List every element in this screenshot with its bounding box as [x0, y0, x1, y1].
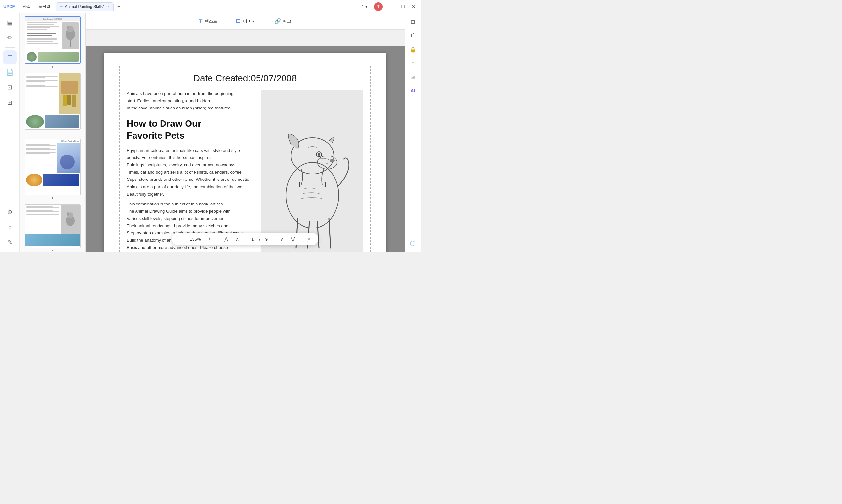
svg-point-12 [329, 159, 335, 162]
sidebar-item-stack[interactable]: ⊞ [3, 96, 17, 109]
thumb-2-layout [25, 73, 80, 129]
zoom-value: 135% [188, 237, 203, 242]
right-icon-lock[interactable]: 🔒 [407, 43, 419, 55]
main-layout: ▤ ✏ ☰ 📄 ⊡ ⊞ ⊕ ☆ ✎ Date Created 05/07/200… [0, 13, 421, 252]
thumb-3-blue-image [57, 143, 80, 173]
toolbar-text-button[interactable]: 𝐓 텍스트 [194, 16, 223, 26]
text-tool-icon: 𝐓 [199, 18, 203, 24]
zoom-out-button[interactable]: − [177, 235, 185, 243]
zoom-bar: − 135% + ⋀ ∧ 1 / 9 ∨ ⋁ ✕ [172, 233, 318, 245]
menu-file[interactable]: 파일 [20, 2, 33, 11]
thumbnail-page-4[interactable]: 4 [22, 204, 83, 252]
body-line-10: Various skill levels, stepping stones fo… [127, 215, 254, 222]
page-indicator: 1 ▾ [362, 4, 368, 9]
dog-sketch-image [262, 90, 363, 252]
right-icon-doc[interactable]: 🗒 [407, 30, 419, 41]
sidebar-item-annotate[interactable]: ✎ [3, 235, 17, 249]
thumb-3-header: Different Painting Styles [25, 139, 80, 143]
intro-line-1: Animals have been part of human art from… [127, 91, 233, 96]
page-dashed-border: Date Created:05/07/2008 Animals have bee… [120, 66, 371, 252]
thumb-1-bottom [25, 51, 80, 63]
thumb-page-4-content [25, 204, 80, 248]
app-logo: UPDF [3, 4, 15, 9]
sidebar-item-organize[interactable]: 📄 [3, 66, 17, 79]
thumb-num-3: 3 [51, 197, 53, 201]
thumb-4-dog-image [60, 205, 80, 234]
thumb-3-bottom [25, 173, 80, 187]
sidebar-item-bookmark[interactable]: ☆ [3, 220, 17, 234]
sidebar-item-edit[interactable]: ✏ [3, 31, 17, 45]
toolbar-image-button[interactable]: 🖼 이미지 [231, 16, 261, 26]
close-button[interactable]: ✕ [410, 3, 418, 10]
new-tab-button[interactable]: + [115, 3, 123, 11]
thumb-3-layout: Different Painting Styles [25, 139, 80, 195]
menu-help[interactable]: 도움말 [36, 2, 53, 11]
intro-text-1: Animals have been part of human art from… [127, 90, 254, 112]
tab-label: Animal Painting Skills* [65, 4, 104, 9]
page-total-label: 9 [264, 237, 269, 242]
nav-down-button[interactable]: ∨ [277, 235, 286, 243]
sidebar-item-layers[interactable]: ⊕ [3, 205, 17, 219]
body-line-7: Beautifully together. [127, 191, 254, 198]
link-tool-label: 링크 [283, 18, 291, 24]
page-date: Date Created:05/07/2008 [127, 73, 363, 84]
thumb-3-body [25, 143, 80, 173]
sidebar-item-forms[interactable]: ⊡ [3, 80, 17, 94]
sidebar-item-view[interactable]: ☰ [3, 50, 17, 64]
image-tool-icon: 🖼 [236, 18, 241, 24]
minimize-button[interactable]: — [388, 3, 396, 10]
thumbnail-panel: Date Created 05/07/2008 [20, 13, 86, 252]
right-icon-mail[interactable]: ✉ [407, 71, 419, 83]
nav-top-button[interactable]: ⋀ [222, 235, 231, 243]
thumb-2-palette-image [59, 73, 80, 114]
right-icon-upload[interactable]: ↑ [407, 57, 419, 69]
thumb-2-text [25, 73, 59, 114]
title-bar: UPDF 파일 도움말 ✏ Animal Painting Skills* × … [0, 0, 421, 13]
toolbar-link-button[interactable]: 🔗 링크 [269, 16, 297, 26]
body-line-4: Times, cat and dog art sells a lot of t-… [127, 169, 254, 176]
thumb-4-bottom-image [25, 234, 80, 246]
zoom-in-button[interactable]: + [205, 235, 214, 243]
thumb-3-title: Different Painting Styles [61, 140, 78, 142]
user-avatar[interactable]: T [374, 2, 382, 11]
section-title: How to Draw OurFavorite Pets [127, 118, 254, 142]
thumb-page-3-content: Different Painting Styles [25, 139, 80, 195]
thumb-1-date: Date Created 05/07/2008 [25, 17, 80, 21]
body-line-6: Animals are a part of our daily life, th… [127, 183, 254, 191]
thumb-1-body [25, 21, 80, 51]
toolbar: 𝐓 텍스트 🖼 이미지 🔗 링크 [86, 13, 405, 30]
intro-line-3: In the cave, animals such as bison (biso… [127, 106, 232, 110]
thumbnail-page-3[interactable]: Different Painting Styles [22, 139, 83, 201]
thumb-2-bottom-row [25, 114, 80, 129]
right-icon-updf[interactable]: ⬡ [407, 237, 419, 249]
body-line-5: Cups, store brands and other items. Whet… [127, 176, 254, 183]
nav-up-button[interactable]: ∧ [233, 235, 242, 243]
current-page-label: 1 [362, 4, 364, 9]
restore-button[interactable]: ❐ [399, 3, 407, 10]
thumbnail-page-2[interactable]: 2 [22, 73, 83, 135]
thumbnail-page-1[interactable]: Date Created 05/07/2008 [22, 16, 83, 69]
sidebar-divider-1 [5, 47, 15, 48]
right-icon-ai[interactable]: AI [407, 85, 419, 97]
window-controls: — ❐ ✕ [388, 3, 418, 10]
left-sidebar: ▤ ✏ ☰ 📄 ⊡ ⊞ ⊕ ☆ ✎ [0, 13, 20, 252]
thumb-page-1-content: Date Created 05/07/2008 [25, 16, 80, 64]
image-tool-label: 이미지 [243, 18, 256, 24]
thumb-num-2: 2 [51, 131, 53, 135]
tab-close-button[interactable]: × [108, 5, 109, 8]
page-dropdown-icon[interactable]: ▾ [365, 4, 368, 9]
nav-bottom-button[interactable]: ⋁ [288, 235, 297, 243]
content-area: Date Created:05/07/2008 Animals have bee… [86, 46, 405, 252]
right-icon-grid[interactable]: ⊞ [407, 16, 419, 28]
thumb-3-text [25, 143, 57, 173]
page-body: Animals have been part of human art from… [127, 90, 363, 252]
active-tab[interactable]: ✏ Animal Painting Skills* × [56, 2, 113, 11]
sidebar-item-doc[interactable]: ▤ [3, 16, 17, 30]
svg-point-14 [318, 153, 320, 156]
zoom-bar-close-button[interactable]: ✕ [305, 236, 313, 242]
tab-area: ✏ Animal Painting Skills* × + [56, 2, 359, 11]
page-text-column: Animals have been part of human art from… [127, 90, 254, 252]
intro-line-2: start. Earliest ancient painting, found … [127, 98, 210, 103]
body-line-11: Their animal renderings. I provide many … [127, 222, 254, 230]
zoom-divider-1 [218, 236, 218, 242]
